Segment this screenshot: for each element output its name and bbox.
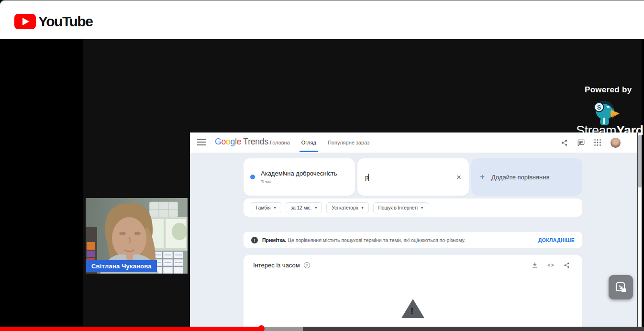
- trends-nav: Головна Огляд Популярне зараз: [270, 132, 369, 153]
- youtube-watch-page: YouTube Powered by S StreamYard: [0, 0, 644, 331]
- filter-chip-category[interactable]: Усі категорії ▾: [326, 202, 368, 213]
- dropdown-caret-icon: ▾: [274, 206, 276, 210]
- logo-letter: o: [221, 137, 226, 146]
- nav-tab-explore[interactable]: Огляд: [301, 132, 316, 153]
- miniplayer-button[interactable]: [609, 275, 633, 299]
- not-enough-data-warning: ! Для вашого пошукового запиту зібрано з…: [244, 299, 582, 331]
- dropdown-caret-icon: ▾: [361, 206, 363, 210]
- logo-letter: e: [237, 137, 242, 146]
- note-prefix: Примітка.: [262, 237, 286, 243]
- logo-letter: g: [231, 137, 235, 146]
- term-subtitle: Тема: [261, 179, 337, 184]
- series-color-dot: [250, 175, 255, 179]
- logo-trends-text: Trends: [243, 137, 268, 146]
- note-banner: ! Примітка.Це порівняння містить пошуков…: [244, 232, 582, 248]
- dropdown-caret-icon: ▾: [315, 206, 317, 210]
- filter-chip-label: за 12 міс.: [291, 205, 312, 210]
- feedback-icon[interactable]: [577, 139, 585, 146]
- youtube-logo[interactable]: YouTube: [14, 13, 92, 30]
- term-title: Академічна доброчесність: [261, 170, 337, 177]
- nav-tab-home[interactable]: Головна: [270, 132, 290, 153]
- widget-title: Інтерес із часом: [253, 262, 300, 269]
- dropdown-caret-icon: ▾: [421, 206, 423, 210]
- menu-icon[interactable]: [197, 139, 206, 145]
- trends-header: GoogleTrends Головна Огляд Популярне зар…: [190, 132, 642, 153]
- filter-chip-search-type[interactable]: Пошук в Інтернеті ▾: [373, 202, 428, 213]
- progress-bar[interactable]: [0, 327, 644, 331]
- logo-letter: o: [226, 137, 231, 146]
- filter-chip-label: Пошук в Інтернеті: [378, 205, 418, 210]
- interest-over-time-card: Інтерес із часом ? <> ! Для: [244, 255, 582, 331]
- speaker-name-label: Світлана Чуканова: [86, 260, 157, 272]
- progress-scrubber[interactable]: [258, 325, 265, 331]
- filter-chip-label: Усі категорії: [332, 205, 358, 210]
- scrollbar-thumb[interactable]: [638, 135, 642, 188]
- screenshare-google-trends: GoogleTrends Головна Огляд Популярне зар…: [190, 132, 642, 331]
- compare-card-search-input[interactable]: р ×: [357, 158, 469, 196]
- help-icon[interactable]: ?: [304, 262, 310, 268]
- avatar[interactable]: [611, 138, 621, 148]
- clear-icon[interactable]: ×: [456, 173, 461, 181]
- warning-exclamation: !: [411, 306, 413, 316]
- filters-bar: Гамбія ▾ за 12 міс. ▾ Усі категорії ▾ По…: [244, 199, 582, 217]
- search-input-value: р: [365, 174, 368, 181]
- add-comparison-card[interactable]: + Додайте порівняння: [471, 158, 582, 196]
- google-trends-logo[interactable]: GoogleTrends: [215, 137, 268, 147]
- youtube-play-icon: [14, 14, 36, 29]
- filter-chip-time[interactable]: за 12 міс. ▾: [286, 202, 322, 213]
- powered-by-label: Powered by: [585, 85, 632, 95]
- nav-tab-trending-now[interactable]: Популярне зараз: [328, 132, 369, 153]
- webcam-tile: Світлана Чуканова: [86, 198, 188, 274]
- add-comparison-label: Додайте порівняння: [491, 174, 550, 181]
- filter-chip-label: Гамбія: [256, 205, 271, 210]
- widget-actions: <>: [532, 262, 570, 268]
- note-body: Це порівняння містить пошукові терміни т…: [288, 237, 465, 243]
- text-cursor: [368, 174, 369, 181]
- page-scrollbar[interactable]: [637, 132, 642, 331]
- trends-header-actions: [561, 132, 621, 153]
- miniplayer-icon: [614, 281, 628, 294]
- warning-triangle-icon: !: [401, 299, 424, 318]
- note-exclamation-icon: !: [251, 237, 258, 243]
- compare-cards-row: Академічна доброчесність Тема р × + Дода…: [244, 158, 582, 196]
- youtube-wordmark: YouTube: [38, 13, 92, 30]
- download-icon[interactable]: [532, 262, 538, 268]
- widget-share-icon[interactable]: [564, 262, 570, 268]
- note-learn-more-link[interactable]: ДОКЛАДНІШЕ: [538, 237, 575, 243]
- note-text: Примітка.Це порівняння містить пошукові …: [262, 237, 466, 243]
- logo-letter: G: [215, 137, 221, 146]
- embed-icon[interactable]: <>: [547, 262, 555, 268]
- filter-chip-region[interactable]: Гамбія ▾: [251, 202, 281, 213]
- share-icon[interactable]: [561, 139, 568, 146]
- video-player[interactable]: Powered by S StreamYard: [0, 39, 644, 331]
- browser-topbar: YouTube: [0, 0, 644, 39]
- plus-icon: +: [480, 172, 485, 182]
- progress-played: [0, 327, 261, 331]
- svg-text:S: S: [597, 104, 601, 111]
- apps-grid-icon[interactable]: [594, 139, 601, 146]
- compare-card-term[interactable]: Академічна доброчесність Тема: [244, 158, 355, 196]
